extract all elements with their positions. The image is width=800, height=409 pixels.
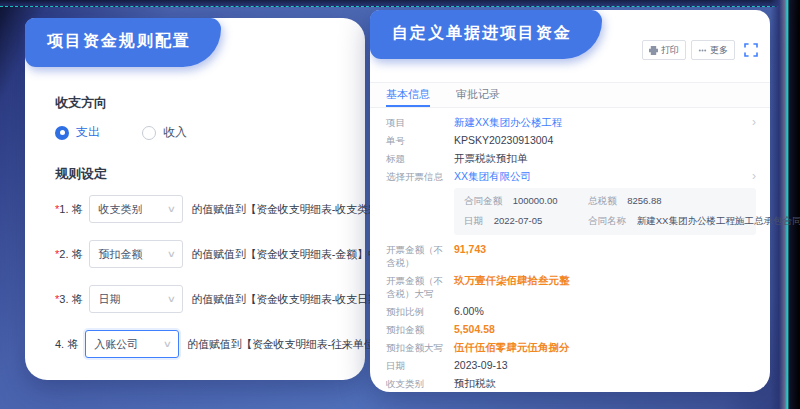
contract-summary-box: 合同金额 100000.00 总税额 8256.88 日期 2022-07-05… <box>454 188 756 235</box>
chevron-down-icon: ∨ <box>167 249 176 259</box>
contract-name-value: 新建XX集团办公楼工程施工总承包合同 <box>637 215 800 226</box>
field-row-project: 项目 新建XX集团办公楼工程 › <box>386 116 756 129</box>
date-value: 2023-09-13 <box>454 359 508 372</box>
print-icon <box>649 46 658 55</box>
rule-row-2: * 2. 将 预扣金额 ∨ 的值赋值到【资金收支明细表-金额】中 <box>55 240 347 268</box>
field-label: 预扣金额 <box>386 323 448 336</box>
decorative-top-edge <box>0 0 800 7</box>
rule-number: 2. <box>59 248 68 260</box>
invoice-company-link[interactable]: XX集团有限公司 <box>454 170 531 183</box>
field-label: 选择开票信息 <box>386 170 448 183</box>
field-label: 单号 <box>386 134 448 147</box>
field-row-invoice-amount-caps: 开票金额（不含税）大写 玖万壹仟柒佰肆拾叁元整 <box>386 274 756 300</box>
select-value: 收支类别 <box>98 202 142 217</box>
field-row-doc-no: 单号 KPSKY20230913004 <box>386 134 756 147</box>
print-button[interactable]: 打印 <box>642 40 686 60</box>
withhold-amount-value: 5,504.58 <box>454 323 495 336</box>
withhold-ratio-value: 6.00% <box>454 305 484 318</box>
field-value: KPSKY20230913004 <box>454 134 553 147</box>
select-value: 入账公司 <box>94 337 138 352</box>
radio-option-income[interactable]: 收入 <box>142 124 187 141</box>
rule-verb: 将 <box>71 247 82 262</box>
contract-tax-value: 8256.88 <box>627 195 661 206</box>
field-label: 日期 <box>386 359 448 372</box>
rule-number: 4. <box>55 338 64 350</box>
contract-date-cell: 日期 2022-07-05 <box>464 215 588 228</box>
contract-amount-cell: 合同金额 100000.00 <box>464 195 588 208</box>
rule-suffix: 的值赋值到【资金收支明细表-收支类别】中 <box>191 202 400 217</box>
select-value: 预扣金额 <box>98 247 142 262</box>
field-row-title: 标题 开票税款预扣单 <box>386 152 756 165</box>
rule-suffix: 的值赋值到【资金收支明细表-往来单位】中 <box>187 337 396 352</box>
document-detail-panel: 自定义单据进项目资金 打印 更多 基本信息 审批记录 项目 新建XX集团办公楼工… <box>370 10 770 392</box>
chevron-right-icon[interactable]: › <box>752 116 756 129</box>
field-row-withhold-amount-caps: 预扣金额大写 伍仟伍佰零肆元伍角捌分 <box>386 341 756 354</box>
rule-suffix: 的值赋值到【资金收支明细表-收支日期】中 <box>191 292 400 307</box>
tab-basic-info[interactable]: 基本信息 <box>386 83 430 107</box>
rule-number: 3. <box>59 293 68 305</box>
document-fields: 项目 新建XX集团办公楼工程 › 单号 KPSKY20230913004 标题 … <box>370 108 770 390</box>
contract-amount-label: 合同金额 <box>464 195 502 206</box>
rule-field-select-2[interactable]: 预扣金额 ∨ <box>89 240 183 268</box>
chevron-down-icon: ∨ <box>167 204 176 214</box>
field-row-invoice-amount: 开票金额（不含税） 91,743 <box>386 243 756 269</box>
contract-name-cell: 合同名称 新建XX集团办公楼工程施工总承包合同 <box>588 215 746 228</box>
rule-field-select-3[interactable]: 日期 ∨ <box>89 285 183 313</box>
more-button-label: 更多 <box>710 44 728 57</box>
radio-selected-icon <box>55 126 69 140</box>
contract-tax-cell: 总税额 8256.88 <box>588 195 746 208</box>
field-label: 开票金额（不含税）大写 <box>386 274 448 300</box>
contract-tax-label: 总税额 <box>588 195 617 206</box>
rule-field-select-4[interactable]: 入账公司 ∨ <box>85 330 179 358</box>
rule-config-content: 收支方向 支出 收入 规则设定 * 1. 将 收支类别 ∨ 的值赋值到【资金收支… <box>25 18 365 358</box>
rule-number: 1. <box>59 203 68 215</box>
fullscreen-icon <box>744 43 758 57</box>
radio-option-expense[interactable]: 支出 <box>55 124 100 141</box>
field-label: 开票金额（不含税） <box>386 243 448 269</box>
field-label: 项目 <box>386 116 448 129</box>
rule-suffix: 的值赋值到【资金收支明细表-金额】中 <box>191 247 378 262</box>
rule-verb: 将 <box>71 202 82 217</box>
rule-verb: 将 <box>71 292 82 307</box>
chevron-down-icon: ∨ <box>167 294 176 304</box>
rule-config-panel: 项目资金规则配置 收支方向 支出 收入 规则设定 * 1. 将 收支类别 ∨ 的… <box>25 18 365 380</box>
field-row-invoice-info: 选择开票信息 XX集团有限公司 › <box>386 170 756 183</box>
rule-config-panel-title: 项目资金规则配置 <box>25 18 221 67</box>
field-label: 收支类别 <box>386 377 448 390</box>
direction-section-label: 收支方向 <box>55 94 347 112</box>
print-button-label: 打印 <box>661 44 679 57</box>
invoice-amount-caps-value: 玖万壹仟柒佰肆拾叁元整 <box>454 274 570 287</box>
contract-date-label: 日期 <box>464 215 483 226</box>
field-label: 预扣金额大写 <box>386 341 448 354</box>
more-button[interactable]: 更多 <box>691 40 735 60</box>
radio-label-expense: 支出 <box>76 124 100 141</box>
tab-approval-record[interactable]: 审批记录 <box>456 83 500 107</box>
project-link[interactable]: 新建XX集团办公楼工程 <box>454 116 563 129</box>
radio-unselected-icon <box>142 126 156 140</box>
tab-strip: 基本信息 审批记录 <box>370 82 770 108</box>
decorative-right-edge <box>770 0 800 409</box>
field-value: 开票税款预扣单 <box>454 152 528 165</box>
select-value: 日期 <box>98 292 120 307</box>
radio-label-income: 收入 <box>163 124 187 141</box>
chevron-down-icon: ∨ <box>162 339 171 349</box>
withhold-amount-caps-value: 伍仟伍佰零肆元伍角捌分 <box>454 341 570 354</box>
field-row-category: 收支类别 预扣税款 <box>386 377 756 390</box>
more-icon <box>698 46 707 55</box>
contract-name-label: 合同名称 <box>588 215 626 226</box>
rule-row-3: * 3. 将 日期 ∨ 的值赋值到【资金收支明细表-收支日期】中 <box>55 285 347 313</box>
contract-amount-value: 100000.00 <box>513 195 558 206</box>
chevron-right-icon[interactable]: › <box>752 170 756 183</box>
rule-row-1: * 1. 将 收支类别 ∨ 的值赋值到【资金收支明细表-收支类别】中 <box>55 195 347 223</box>
rule-field-select-1[interactable]: 收支类别 ∨ <box>89 195 183 223</box>
rule-verb: 将 <box>67 337 78 352</box>
direction-radio-group: 支出 收入 <box>55 124 347 141</box>
invoice-amount-value: 91,743 <box>454 243 486 256</box>
category-value: 预扣税款 <box>454 377 496 390</box>
field-row-date: 日期 2023-09-13 <box>386 359 756 372</box>
rules-section-label: 规则设定 <box>55 165 347 183</box>
fullscreen-button[interactable] <box>744 43 758 57</box>
field-row-withhold-amount: 预扣金额 5,504.58 <box>386 323 756 336</box>
contract-date-value: 2022-07-05 <box>494 215 543 226</box>
document-panel-title: 自定义单据进项目资金 <box>370 10 602 59</box>
